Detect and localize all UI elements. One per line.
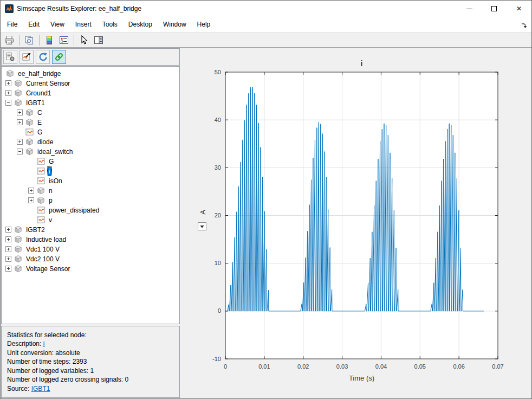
print-icon	[4, 35, 15, 46]
menu-view[interactable]: View	[45, 18, 70, 31]
pointer-icon	[79, 35, 89, 46]
maximize-icon	[491, 6, 497, 11]
tree-node-label: IGBT1	[25, 99, 46, 107]
stats-text: Description:	[7, 340, 43, 347]
stats-line: Unit conversion: absolute	[7, 349, 174, 358]
stats-text: Number of logged zero crossing signals: …	[7, 376, 128, 383]
tree-node-power-dissipated[interactable]: power_dissipated	[2, 205, 179, 215]
stats-link-igbt1[interactable]: IGBT1	[31, 385, 50, 392]
tree-node-label: Vdc2 100 V	[25, 255, 61, 263]
stats-text: Source:	[7, 385, 31, 392]
legend-button[interactable]	[57, 34, 70, 47]
cube-icon	[37, 196, 45, 204]
expander-plus-icon[interactable]	[5, 227, 11, 233]
expander-plus-icon[interactable]	[17, 110, 23, 115]
expander-plus-icon[interactable]	[28, 188, 34, 194]
tree-node-voltage-sensor[interactable]: Voltage Sensor	[2, 264, 179, 274]
menu-tools[interactable]: Tools	[97, 18, 123, 31]
menu-window[interactable]: Window	[158, 18, 192, 31]
minimize-button[interactable]	[457, 1, 482, 17]
window-title: Simscape Results Explorer: ee_half_bridg…	[17, 5, 457, 12]
tree-node-label: Ground1	[25, 89, 53, 98]
tree-node-label: isOn	[48, 177, 63, 185]
y-tick-label: -10	[212, 356, 221, 362]
menu-help[interactable]: Help	[192, 18, 216, 31]
matlab-app-icon	[5, 4, 14, 13]
stats-line: Source: IGBT1	[7, 384, 174, 394]
toolbar-separator	[39, 35, 40, 46]
x-tick-label: 0.06	[453, 363, 464, 370]
tree-node-vdc2-100-v[interactable]: Vdc2 100 V	[2, 254, 179, 264]
stats-line: Number of logged zero crossing signals: …	[7, 375, 174, 384]
tree-node-i[interactable]: i	[2, 166, 179, 176]
expander-plus-icon[interactable]	[5, 246, 11, 252]
tree-node-ison[interactable]: isOn	[2, 176, 179, 186]
expander-minus-icon[interactable]	[5, 100, 11, 106]
expander-plus-icon[interactable]	[5, 236, 11, 242]
tree-node-vdc1-100-v[interactable]: Vdc1 100 V	[2, 244, 179, 254]
tree-node-label: Vdc1 100 V	[25, 245, 61, 254]
refresh-button[interactable]	[36, 50, 50, 64]
stats-link-i[interactable]: i	[43, 340, 45, 347]
tree-node-igbt2[interactable]: IGBT2	[2, 225, 179, 235]
expander-plus-icon[interactable]	[5, 256, 11, 262]
export-plot-button[interactable]	[20, 50, 34, 64]
options-button[interactable]	[3, 50, 17, 64]
tree-node-g[interactable]: G	[2, 157, 179, 166]
expander-plus-icon[interactable]	[17, 119, 23, 125]
cube-icon	[14, 226, 22, 234]
tree-node-ideal-switch[interactable]: ideal_switch	[2, 147, 179, 157]
tree-node-e[interactable]: E	[2, 118, 179, 127]
tree-node-current-sensor[interactable]: Current Sensor	[2, 79, 179, 88]
expander-plus-icon[interactable]	[17, 139, 23, 145]
cube-icon	[14, 255, 22, 263]
stats-line: Statistics for selected node:	[7, 331, 174, 340]
titlebar: Simscape Results Explorer: ee_half_bridg…	[1, 1, 531, 17]
tree-node-ee-half-bridge[interactable]: ee_half_bridge	[2, 69, 179, 79]
close-button[interactable]: ✕	[507, 1, 531, 17]
link-button[interactable]	[52, 50, 66, 64]
export-plot-icon	[21, 52, 32, 62]
print-button[interactable]	[3, 34, 16, 47]
tree-node-label: ee_half_bridge	[17, 69, 62, 78]
tree-node-c[interactable]: C	[2, 108, 179, 118]
menu-edit[interactable]: Edit	[23, 18, 45, 31]
expander-minus-icon[interactable]	[17, 149, 23, 155]
stats-text: Number of time steps: 2393	[7, 358, 87, 365]
signal-icon	[37, 206, 45, 214]
cube-icon	[6, 69, 14, 78]
tree-node-p[interactable]: p	[2, 196, 179, 205]
colorbar-button[interactable]	[43, 34, 56, 47]
tree-node-inductive-load[interactable]: Inductive load	[2, 235, 179, 244]
explorer-toolbar	[1, 48, 180, 66]
dock-arrow-icon[interactable]	[521, 22, 527, 28]
menu-desktop[interactable]: Desktop	[123, 18, 158, 31]
tree-node-diode[interactable]: diode	[2, 137, 179, 147]
tree-node-n[interactable]: n	[2, 186, 179, 196]
pointer-button[interactable]	[77, 34, 90, 47]
print-preview-button[interactable]	[23, 34, 36, 47]
y-tick-label: 40	[215, 117, 221, 123]
unit-dropdown-button[interactable]	[198, 222, 206, 230]
expander-plus-icon[interactable]	[28, 197, 34, 203]
tree-node-igbt1[interactable]: IGBT1	[2, 98, 179, 108]
expander-plus-icon[interactable]	[5, 90, 11, 96]
stats-line: Number of time steps: 2393	[7, 357, 174, 366]
x-tick-label: 0.03	[336, 363, 348, 370]
y-tick-label: 0	[218, 307, 221, 314]
expander-plus-icon[interactable]	[5, 266, 11, 272]
main-content: ee_half_bridgeCurrent SensorGround1IGBT1…	[1, 48, 531, 398]
signal-icon	[37, 177, 45, 185]
tree-node-g[interactable]: G	[2, 127, 179, 137]
tree-node-v[interactable]: v	[2, 215, 179, 225]
property-editor-button[interactable]	[92, 34, 105, 47]
cube-icon	[14, 245, 22, 253]
menu-insert[interactable]: Insert	[70, 18, 97, 31]
expander-plus-icon[interactable]	[5, 80, 11, 86]
tree-node-label: p	[48, 196, 54, 205]
cube-icon	[25, 147, 34, 156]
x-tick-label: 0.04	[375, 363, 387, 370]
tree-node-ground1[interactable]: Ground1	[2, 88, 179, 98]
maximize-button[interactable]	[482, 1, 507, 17]
menu-file[interactable]: File	[2, 18, 23, 31]
